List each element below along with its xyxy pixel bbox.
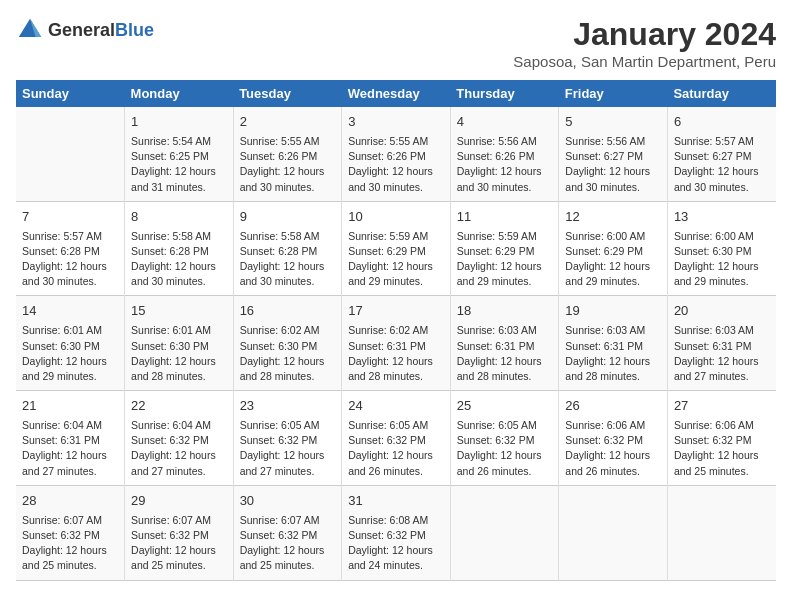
- day-info: Sunrise: 5:58 AM Sunset: 6:28 PM Dayligh…: [131, 229, 227, 290]
- day-info: Sunrise: 6:07 AM Sunset: 6:32 PM Dayligh…: [131, 513, 227, 574]
- calendar-cell: 23Sunrise: 6:05 AM Sunset: 6:32 PM Dayli…: [233, 391, 342, 486]
- calendar-cell: 3Sunrise: 5:55 AM Sunset: 6:26 PM Daylig…: [342, 107, 451, 201]
- day-number: 10: [348, 208, 444, 227]
- day-number: 5: [565, 113, 661, 132]
- day-number: 30: [240, 492, 336, 511]
- day-number: 7: [22, 208, 118, 227]
- day-info: Sunrise: 5:56 AM Sunset: 6:27 PM Dayligh…: [565, 134, 661, 195]
- day-number: 8: [131, 208, 227, 227]
- day-number: 2: [240, 113, 336, 132]
- day-info: Sunrise: 6:01 AM Sunset: 6:30 PM Dayligh…: [22, 323, 118, 384]
- day-number: 24: [348, 397, 444, 416]
- calendar-cell: 11Sunrise: 5:59 AM Sunset: 6:29 PM Dayli…: [450, 201, 559, 296]
- calendar-cell: 30Sunrise: 6:07 AM Sunset: 6:32 PM Dayli…: [233, 485, 342, 580]
- day-info: Sunrise: 6:02 AM Sunset: 6:30 PM Dayligh…: [240, 323, 336, 384]
- calendar-cell: 9Sunrise: 5:58 AM Sunset: 6:28 PM Daylig…: [233, 201, 342, 296]
- calendar-cell: 13Sunrise: 6:00 AM Sunset: 6:30 PM Dayli…: [667, 201, 776, 296]
- calendar-week-row: 21Sunrise: 6:04 AM Sunset: 6:31 PM Dayli…: [16, 391, 776, 486]
- title-block: January 2024 Saposoa, San Martin Departm…: [513, 16, 776, 70]
- day-info: Sunrise: 6:00 AM Sunset: 6:29 PM Dayligh…: [565, 229, 661, 290]
- logo-text-general: General: [48, 20, 115, 40]
- calendar-cell: 28Sunrise: 6:07 AM Sunset: 6:32 PM Dayli…: [16, 485, 125, 580]
- day-number: 17: [348, 302, 444, 321]
- calendar-header-row: SundayMondayTuesdayWednesdayThursdayFrid…: [16, 80, 776, 107]
- calendar-week-row: 14Sunrise: 6:01 AM Sunset: 6:30 PM Dayli…: [16, 296, 776, 391]
- header-sunday: Sunday: [16, 80, 125, 107]
- day-number: 27: [674, 397, 770, 416]
- day-number: 22: [131, 397, 227, 416]
- calendar-cell: 10Sunrise: 5:59 AM Sunset: 6:29 PM Dayli…: [342, 201, 451, 296]
- day-info: Sunrise: 6:08 AM Sunset: 6:32 PM Dayligh…: [348, 513, 444, 574]
- day-number: 6: [674, 113, 770, 132]
- day-number: 18: [457, 302, 553, 321]
- day-info: Sunrise: 5:59 AM Sunset: 6:29 PM Dayligh…: [348, 229, 444, 290]
- day-number: 29: [131, 492, 227, 511]
- header-thursday: Thursday: [450, 80, 559, 107]
- day-info: Sunrise: 5:56 AM Sunset: 6:26 PM Dayligh…: [457, 134, 553, 195]
- calendar-cell: 27Sunrise: 6:06 AM Sunset: 6:32 PM Dayli…: [667, 391, 776, 486]
- calendar-cell: 29Sunrise: 6:07 AM Sunset: 6:32 PM Dayli…: [125, 485, 234, 580]
- day-info: Sunrise: 5:54 AM Sunset: 6:25 PM Dayligh…: [131, 134, 227, 195]
- logo-text-blue: Blue: [115, 20, 154, 40]
- day-info: Sunrise: 6:00 AM Sunset: 6:30 PM Dayligh…: [674, 229, 770, 290]
- header-monday: Monday: [125, 80, 234, 107]
- calendar-cell: [559, 485, 668, 580]
- day-info: Sunrise: 5:55 AM Sunset: 6:26 PM Dayligh…: [348, 134, 444, 195]
- calendar-cell: 7Sunrise: 5:57 AM Sunset: 6:28 PM Daylig…: [16, 201, 125, 296]
- day-info: Sunrise: 5:57 AM Sunset: 6:27 PM Dayligh…: [674, 134, 770, 195]
- day-info: Sunrise: 5:58 AM Sunset: 6:28 PM Dayligh…: [240, 229, 336, 290]
- header-friday: Friday: [559, 80, 668, 107]
- header-saturday: Saturday: [667, 80, 776, 107]
- day-number: 25: [457, 397, 553, 416]
- day-number: 21: [22, 397, 118, 416]
- logo-icon: [16, 16, 44, 44]
- calendar-title: January 2024: [513, 16, 776, 53]
- calendar-subtitle: Saposoa, San Martin Department, Peru: [513, 53, 776, 70]
- calendar-cell: 2Sunrise: 5:55 AM Sunset: 6:26 PM Daylig…: [233, 107, 342, 201]
- calendar-cell: 16Sunrise: 6:02 AM Sunset: 6:30 PM Dayli…: [233, 296, 342, 391]
- day-number: 19: [565, 302, 661, 321]
- calendar-cell: 17Sunrise: 6:02 AM Sunset: 6:31 PM Dayli…: [342, 296, 451, 391]
- header-tuesday: Tuesday: [233, 80, 342, 107]
- day-number: 12: [565, 208, 661, 227]
- day-number: 26: [565, 397, 661, 416]
- calendar-cell: 21Sunrise: 6:04 AM Sunset: 6:31 PM Dayli…: [16, 391, 125, 486]
- calendar-cell: [667, 485, 776, 580]
- day-info: Sunrise: 6:04 AM Sunset: 6:32 PM Dayligh…: [131, 418, 227, 479]
- calendar-cell: 8Sunrise: 5:58 AM Sunset: 6:28 PM Daylig…: [125, 201, 234, 296]
- calendar-cell: 26Sunrise: 6:06 AM Sunset: 6:32 PM Dayli…: [559, 391, 668, 486]
- calendar-week-row: 1Sunrise: 5:54 AM Sunset: 6:25 PM Daylig…: [16, 107, 776, 201]
- calendar-cell: 31Sunrise: 6:08 AM Sunset: 6:32 PM Dayli…: [342, 485, 451, 580]
- calendar-cell: 24Sunrise: 6:05 AM Sunset: 6:32 PM Dayli…: [342, 391, 451, 486]
- day-info: Sunrise: 6:05 AM Sunset: 6:32 PM Dayligh…: [457, 418, 553, 479]
- calendar-table: SundayMondayTuesdayWednesdayThursdayFrid…: [16, 80, 776, 581]
- day-number: 31: [348, 492, 444, 511]
- day-info: Sunrise: 5:59 AM Sunset: 6:29 PM Dayligh…: [457, 229, 553, 290]
- day-info: Sunrise: 6:06 AM Sunset: 6:32 PM Dayligh…: [565, 418, 661, 479]
- header-wednesday: Wednesday: [342, 80, 451, 107]
- calendar-cell: 12Sunrise: 6:00 AM Sunset: 6:29 PM Dayli…: [559, 201, 668, 296]
- calendar-cell: [16, 107, 125, 201]
- day-info: Sunrise: 6:05 AM Sunset: 6:32 PM Dayligh…: [240, 418, 336, 479]
- day-number: 9: [240, 208, 336, 227]
- calendar-cell: 4Sunrise: 5:56 AM Sunset: 6:26 PM Daylig…: [450, 107, 559, 201]
- calendar-cell: 20Sunrise: 6:03 AM Sunset: 6:31 PM Dayli…: [667, 296, 776, 391]
- calendar-week-row: 28Sunrise: 6:07 AM Sunset: 6:32 PM Dayli…: [16, 485, 776, 580]
- day-info: Sunrise: 6:06 AM Sunset: 6:32 PM Dayligh…: [674, 418, 770, 479]
- day-info: Sunrise: 6:07 AM Sunset: 6:32 PM Dayligh…: [240, 513, 336, 574]
- calendar-cell: 1Sunrise: 5:54 AM Sunset: 6:25 PM Daylig…: [125, 107, 234, 201]
- day-number: 13: [674, 208, 770, 227]
- day-number: 28: [22, 492, 118, 511]
- day-number: 15: [131, 302, 227, 321]
- calendar-cell: 18Sunrise: 6:03 AM Sunset: 6:31 PM Dayli…: [450, 296, 559, 391]
- day-number: 1: [131, 113, 227, 132]
- logo: GeneralBlue: [16, 16, 154, 44]
- day-number: 11: [457, 208, 553, 227]
- day-number: 23: [240, 397, 336, 416]
- calendar-cell: 22Sunrise: 6:04 AM Sunset: 6:32 PM Dayli…: [125, 391, 234, 486]
- day-info: Sunrise: 6:03 AM Sunset: 6:31 PM Dayligh…: [674, 323, 770, 384]
- day-info: Sunrise: 6:03 AM Sunset: 6:31 PM Dayligh…: [457, 323, 553, 384]
- page-header: GeneralBlue January 2024 Saposoa, San Ma…: [16, 16, 776, 70]
- day-info: Sunrise: 6:07 AM Sunset: 6:32 PM Dayligh…: [22, 513, 118, 574]
- day-info: Sunrise: 6:01 AM Sunset: 6:30 PM Dayligh…: [131, 323, 227, 384]
